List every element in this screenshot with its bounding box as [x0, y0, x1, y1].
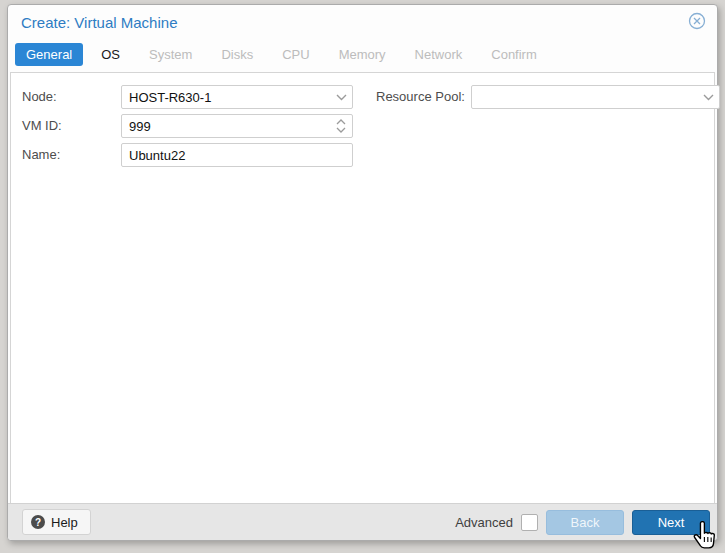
name-input[interactable]: Ubuntu22: [121, 143, 353, 167]
tab-system: System: [138, 43, 203, 66]
create-vm-dialog: Create: Virtual Machine General OS Syste…: [7, 4, 718, 541]
help-icon: ?: [31, 515, 45, 529]
tab-memory: Memory: [328, 43, 397, 66]
vmid-spinner[interactable]: 999: [121, 114, 353, 138]
name-value: Ubuntu22: [122, 148, 352, 163]
tab-cpu: CPU: [271, 43, 320, 66]
close-icon[interactable]: [688, 12, 706, 30]
wizard-tabbar: General OS System Disks CPU Memory Netwo…: [15, 43, 548, 66]
advanced-checkbox[interactable]: [521, 514, 538, 531]
help-button[interactable]: ? Help: [22, 509, 91, 535]
next-button[interactable]: Next: [632, 510, 710, 535]
name-label: Name:: [22, 143, 60, 167]
tab-general[interactable]: General: [15, 43, 83, 66]
dialog-title: Create: Virtual Machine: [21, 14, 177, 31]
tab-confirm: Confirm: [480, 43, 548, 66]
node-value: HOST-R630-1: [122, 90, 330, 105]
resource-pool-label: Resource Pool:: [376, 85, 465, 109]
spinner-up-down-icon[interactable]: [330, 115, 352, 137]
advanced-label: Advanced: [455, 515, 513, 530]
dialog-footer: ? Help Advanced Back Next: [8, 503, 717, 540]
tab-network: Network: [404, 43, 474, 66]
node-combobox[interactable]: HOST-R630-1: [121, 85, 353, 109]
back-button: Back: [546, 510, 624, 535]
node-label: Node:: [22, 85, 57, 109]
chevron-down-icon[interactable]: [697, 86, 719, 108]
tab-disks: Disks: [210, 43, 264, 66]
help-button-label: Help: [51, 515, 78, 530]
tab-os[interactable]: OS: [90, 43, 131, 66]
resource-pool-combobox[interactable]: [471, 85, 720, 109]
chevron-down-icon[interactable]: [330, 86, 352, 108]
vmid-label: VM ID:: [22, 114, 62, 138]
vmid-value: 999: [122, 119, 330, 134]
general-form-panel: Node: HOST-R630-1 Resource Pool: VM ID: …: [10, 72, 715, 504]
